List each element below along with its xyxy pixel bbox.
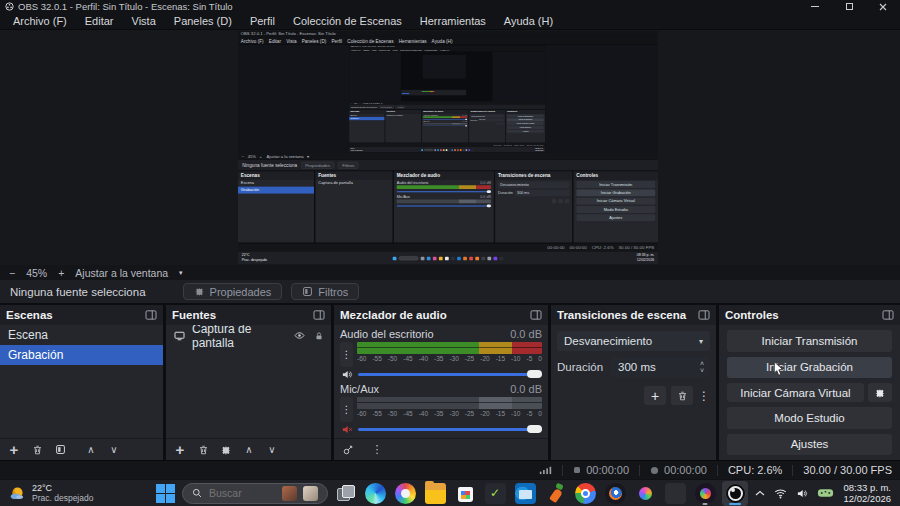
spin-up-icon[interactable]: ˄ bbox=[700, 360, 704, 367]
start-button[interactable] bbox=[152, 481, 178, 506]
advanced-audio-icon[interactable] bbox=[338, 441, 358, 459]
transitions-body: Desvanecimiento ▾ Duración 300 ms ˄ ˅ + bbox=[551, 325, 716, 460]
close-button[interactable] bbox=[866, 0, 900, 13]
filters-button[interactable]: Filtros bbox=[291, 283, 359, 300]
taskbar-app-paint[interactable] bbox=[392, 481, 418, 506]
taskbar-app-store[interactable] bbox=[452, 481, 478, 506]
taskbar-app-edge[interactable] bbox=[362, 481, 388, 506]
remove-transition-button[interactable] bbox=[671, 386, 693, 405]
dock-popout-icon[interactable] bbox=[313, 310, 325, 320]
speaker-icon[interactable] bbox=[340, 369, 354, 380]
add-transition-button[interactable]: + bbox=[644, 386, 666, 405]
dock-popout-icon[interactable] bbox=[882, 310, 894, 320]
menu-item-perfil[interactable]: Perfil bbox=[241, 15, 284, 27]
tray-clock[interactable]: 08:33 p. m. 12/02/2026 bbox=[843, 482, 891, 504]
tray-chevron-up-icon[interactable] bbox=[755, 490, 765, 497]
channel-header: Mic/Aux0.0 dB bbox=[340, 383, 542, 395]
zoom-in-button[interactable]: + bbox=[58, 267, 64, 279]
search-input[interactable] bbox=[207, 486, 277, 500]
spin-down-icon[interactable]: ˅ bbox=[700, 367, 704, 374]
taskbar-app-ghost[interactable] bbox=[662, 481, 688, 506]
minimize-button[interactable] bbox=[798, 0, 832, 13]
add-source-button[interactable]: + bbox=[170, 441, 190, 459]
preview-app-dot bbox=[433, 256, 437, 260]
channel-kebab-icon[interactable]: ⋮ bbox=[340, 397, 353, 422]
mixer-kebab-icon[interactable]: ⋮ bbox=[367, 441, 387, 459]
slider-handle[interactable] bbox=[527, 425, 542, 433]
taskbar-app-clipchamp[interactable] bbox=[692, 481, 718, 506]
taskbar-app-chrome[interactable] bbox=[572, 481, 598, 506]
ajustes-button[interactable]: Ajustes bbox=[727, 434, 892, 456]
clock-time: 08:33 p. m. bbox=[843, 482, 891, 493]
channel-kebab-icon[interactable]: ⋮ bbox=[340, 342, 353, 367]
preview-panel-2: Mezclador de audioAudio del escritorio0.… bbox=[422, 110, 469, 143]
scene-down-button[interactable]: ∨ bbox=[104, 441, 124, 459]
source-down-button[interactable]: ∨ bbox=[262, 441, 282, 459]
dock-popout-icon[interactable] bbox=[698, 310, 710, 320]
volume-slider[interactable] bbox=[358, 424, 542, 434]
volume-slider[interactable] bbox=[358, 369, 542, 379]
preview-filters-button: Filtros bbox=[396, 106, 406, 109]
scene-row-escena[interactable]: Escena bbox=[0, 325, 163, 345]
search-box[interactable] bbox=[182, 483, 328, 504]
weather-widget[interactable]: 22°C Prac. despejado bbox=[0, 483, 93, 504]
taskbar-app-obs[interactable] bbox=[722, 481, 748, 506]
zoom-out-button[interactable]: − bbox=[9, 267, 15, 279]
fit-caret-icon[interactable]: ▾ bbox=[179, 269, 183, 277]
menu-item-herramientas[interactable]: Herramientas bbox=[411, 15, 495, 27]
menu-item-archivo-f-[interactable]: Archivo (F) bbox=[4, 15, 76, 27]
taskbar-app-file-explorer[interactable] bbox=[422, 481, 448, 506]
dock-popout-icon[interactable] bbox=[530, 310, 542, 320]
transitions-kebab-icon[interactable]: ⋮ bbox=[698, 389, 710, 403]
spin-arrows[interactable]: ˄ ˅ bbox=[694, 360, 710, 374]
search-highlight-image[interactable] bbox=[282, 486, 297, 501]
scene-up-button[interactable]: ∧ bbox=[81, 441, 101, 459]
iniciar-c-mara-virtual-button[interactable]: Iniciar Cámara Virtual bbox=[727, 383, 864, 402]
slider-handle[interactable] bbox=[527, 370, 542, 378]
volume-icon[interactable] bbox=[796, 488, 808, 499]
source-row-display-capture[interactable]: Captura de pantalla bbox=[166, 325, 331, 346]
restore-button[interactable] bbox=[832, 0, 866, 13]
iniciar-transmisi-n-button[interactable]: Iniciar Transmisión bbox=[727, 330, 892, 352]
scene-filters-icon[interactable] bbox=[50, 441, 70, 459]
taskbar-app-carrot[interactable] bbox=[542, 481, 568, 506]
menu-item-paneles-d-[interactable]: Paneles (D) bbox=[165, 15, 241, 27]
menu-item-colecci-n-de-escenas[interactable]: Colección de Escenas bbox=[284, 15, 411, 27]
taskbar-app-todo[interactable] bbox=[482, 481, 508, 506]
duration-spinbox[interactable]: 300 ms ˄ ˅ bbox=[610, 357, 710, 377]
preview-source-row: Captura de pantalla bbox=[315, 180, 392, 187]
virtual-camera-gear-button[interactable] bbox=[868, 383, 892, 402]
transition-select[interactable]: Desvanecimiento ▾ bbox=[557, 331, 710, 351]
search-highlight-image[interactable] bbox=[303, 486, 318, 501]
scene-row-grabación[interactable]: Grabación bbox=[0, 345, 163, 365]
properties-button[interactable]: Propiedades bbox=[183, 283, 283, 300]
preview-no-source-message: Ninguna fuente selecciona bbox=[351, 106, 377, 108]
source-up-button[interactable]: ∧ bbox=[239, 441, 259, 459]
lock-icon[interactable] bbox=[314, 330, 324, 342]
tick-label: -55 bbox=[372, 355, 381, 363]
menu-item-vista[interactable]: Vista bbox=[123, 15, 165, 27]
preview-canvas[interactable]: OBS 32.0.1 - Perfil: Sin Título - Escena… bbox=[0, 30, 900, 265]
taskbar-app-outlook[interactable] bbox=[512, 481, 538, 506]
add-scene-button[interactable]: + bbox=[4, 441, 24, 459]
taskbar-app-blender[interactable] bbox=[602, 481, 628, 506]
muted-speaker-icon[interactable] bbox=[340, 424, 354, 435]
fit-to-window-label[interactable]: Ajustar a la ventana bbox=[75, 267, 168, 279]
remove-scene-button[interactable] bbox=[27, 441, 47, 459]
taskbar-app-task-view[interactable] bbox=[332, 481, 358, 506]
preview-tool bbox=[502, 123, 504, 125]
menu-item-ayuda-h-[interactable]: Ayuda (H) bbox=[495, 15, 562, 27]
ghost-icon bbox=[665, 483, 686, 504]
preview-meter bbox=[423, 116, 467, 118]
dock-popout-icon[interactable] bbox=[145, 310, 157, 320]
modo-estudio-button[interactable]: Modo Estudio bbox=[727, 407, 892, 429]
taskbar-app-photos[interactable] bbox=[632, 481, 658, 506]
source-properties-gear-icon[interactable] bbox=[216, 441, 236, 459]
game-controller-icon[interactable] bbox=[817, 488, 834, 498]
visibility-eye-icon[interactable] bbox=[293, 330, 306, 341]
menu-item-editar[interactable]: Editar bbox=[76, 15, 123, 27]
iniciar-grabaci-n-button[interactable]: Iniciar Grabación bbox=[727, 357, 892, 379]
source-list: Captura de pantalla bbox=[166, 325, 331, 438]
wifi-icon[interactable] bbox=[774, 488, 787, 499]
remove-source-button[interactable] bbox=[193, 441, 213, 459]
